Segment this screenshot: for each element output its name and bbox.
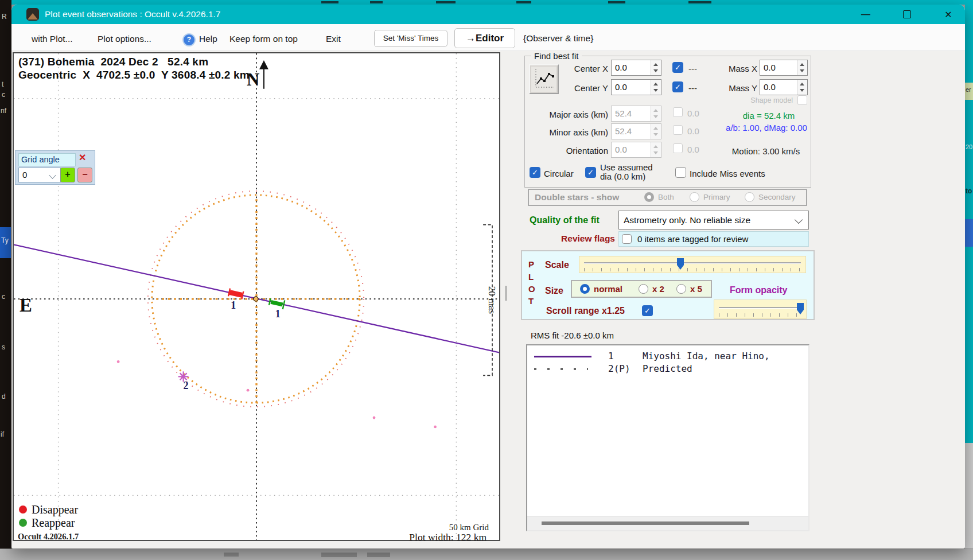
major-axis-aux: 0.0 xyxy=(687,108,699,118)
menu-keep-on-top[interactable]: Keep form on top xyxy=(229,34,298,44)
form-opacity-slider[interactable] xyxy=(714,300,807,319)
maximize-button[interactable] xyxy=(893,5,921,24)
panel-divider xyxy=(505,286,507,301)
center-x-spinner[interactable]: 0.0 xyxy=(611,60,661,76)
menu-with-plot[interactable]: with Plot... xyxy=(32,34,73,44)
grid-angle-minus-button[interactable]: − xyxy=(77,168,92,182)
include-miss-checkbox[interactable] xyxy=(675,167,686,178)
use-assumed-checkbox[interactable]: ✓ xyxy=(585,167,596,178)
scale-slider-ticks xyxy=(584,268,801,271)
minor-axis-label: Minor axis (km) xyxy=(516,127,608,137)
spinner-arrows[interactable] xyxy=(651,80,661,95)
background-fragment xyxy=(224,553,239,557)
background-fragment: 20 xyxy=(966,143,972,150)
minor-axis-checkbox[interactable] xyxy=(673,125,683,135)
size-x2-radio[interactable] xyxy=(639,284,648,294)
background-fragment xyxy=(608,1,625,3)
scrollbar-thumb[interactable] xyxy=(542,522,749,525)
chord-line-swatch xyxy=(534,356,591,357)
plot-area[interactable]: 1 1 2 N xyxy=(13,52,500,541)
circular-checkbox[interactable]: ✓ xyxy=(530,167,540,178)
help-icon[interactable]: ? xyxy=(182,33,196,46)
size-x2-label: x 2 xyxy=(652,284,664,294)
plot-canvas: 1 1 2 N xyxy=(14,53,499,540)
find-best-fit-title: Find best fit xyxy=(531,51,582,61)
scale-slider[interactable] xyxy=(579,256,806,273)
background-fragment: to xyxy=(966,187,972,195)
scroll-range-checkbox[interactable]: ✓ xyxy=(642,305,653,316)
review-flags-box: 0 items are tagged for review xyxy=(618,231,809,247)
background-left-strip: R t c nf Ty c s d if xyxy=(0,0,11,560)
center-y-spinner[interactable]: 0.0 xyxy=(611,79,661,95)
center-x-checkbox[interactable]: ✓ xyxy=(672,62,683,73)
background-fragment xyxy=(516,1,531,3)
grid-angle-close-icon[interactable]: ✕ xyxy=(79,152,86,163)
double-stars-primary-radio[interactable] xyxy=(690,192,699,202)
orientation-checkbox[interactable] xyxy=(673,143,683,153)
circular-label: Circular xyxy=(544,169,574,178)
spinner-arrows[interactable] xyxy=(797,80,807,95)
rms-fit-label: RMS fit -20.6 ±0.0 km xyxy=(531,330,614,340)
predicted-dot xyxy=(434,426,437,429)
mass-x-value[interactable]: 0.0 xyxy=(764,63,776,72)
plot-panel-letter-p: P xyxy=(528,259,534,269)
screen: { "chrome": { "title": "Plot event obser… xyxy=(0,0,973,560)
menu-exit[interactable]: Exit xyxy=(326,34,341,44)
size-normal-radio[interactable] xyxy=(580,284,590,294)
size-x5-radio[interactable] xyxy=(676,284,686,294)
menu-plot-options[interactable]: Plot options... xyxy=(98,34,151,44)
background-right-strip: er 20 to xyxy=(965,0,973,560)
list-item[interactable]: 2(P) Predicted xyxy=(527,363,808,375)
grid-angle-panel: Grid angle ✕ 0 + − xyxy=(15,150,95,185)
menu-help[interactable]: Help xyxy=(199,34,217,44)
shape-model-checkbox[interactable] xyxy=(797,95,807,105)
spinner-arrows xyxy=(651,142,661,157)
grid-angle-plus-button[interactable]: + xyxy=(60,168,75,182)
grid-angle-title: Grid angle xyxy=(18,153,76,166)
double-stars-secondary-radio[interactable] xyxy=(745,192,754,202)
double-stars-both-radio[interactable] xyxy=(644,192,654,202)
background-top-strip xyxy=(0,0,973,5)
review-flags-checkbox[interactable] xyxy=(622,234,632,244)
center-y-value[interactable]: 0.0 xyxy=(615,82,627,92)
use-assumed-label: Use assumed dia (0.0 km) xyxy=(600,163,653,181)
close-button[interactable]: ✕ xyxy=(935,5,962,24)
editor-button[interactable]: →Editor xyxy=(454,28,515,48)
spinner-arrows[interactable] xyxy=(797,60,807,75)
mass-y-spinner[interactable]: 0.0 xyxy=(760,79,808,95)
reappear-marker-label: 1 xyxy=(275,308,281,320)
disappear-marker[interactable] xyxy=(228,289,243,300)
mass-x-spinner[interactable]: 0.0 xyxy=(760,60,808,76)
chevron-down-icon xyxy=(795,216,803,224)
background-fragment: c xyxy=(2,293,5,301)
set-miss-times-button[interactable]: Set 'Miss' Times xyxy=(374,30,447,47)
observation-number: 2(P) xyxy=(608,363,630,374)
horizontal-scrollbar[interactable] xyxy=(527,516,808,530)
background-fragment xyxy=(367,553,390,557)
dia-value: dia = 52.4 km xyxy=(726,111,812,120)
form-opacity-slider-thumb[interactable] xyxy=(797,303,804,314)
list-item[interactable]: 1 Miyoshi Ida, near Hino, xyxy=(527,350,808,363)
size-x5-label: x 5 xyxy=(690,284,702,294)
background-fragment xyxy=(965,219,973,247)
spinner-arrows xyxy=(651,106,661,121)
motion-value: Motion: 3.00 km/s xyxy=(723,146,809,156)
predicted-dot xyxy=(117,360,120,363)
background-fragment: d xyxy=(2,392,6,400)
observations-list[interactable]: 1 Miyoshi Ida, near Hino, 2(P) Predicted xyxy=(526,344,809,531)
minimize-button[interactable]: — xyxy=(852,5,879,24)
grid-angle-select[interactable]: 0 xyxy=(18,168,61,182)
center-y-checkbox[interactable]: ✓ xyxy=(672,81,683,92)
major-axis-checkbox[interactable] xyxy=(673,107,683,117)
orientation-aux: 0.0 xyxy=(687,145,699,154)
plot-version-label: Occult 4.2026.1.7 xyxy=(18,532,79,542)
spinner-arrows[interactable] xyxy=(651,60,661,75)
background-fragment: Ty xyxy=(1,236,9,244)
review-flags-label: Review flags xyxy=(529,234,615,244)
mass-y-value[interactable]: 0.0 xyxy=(764,82,776,92)
quality-select[interactable]: Astrometry only. No reliable size xyxy=(618,211,809,230)
double-stars-label: Double stars - show xyxy=(535,192,619,203)
predicted-marker-label: 2 xyxy=(184,380,189,391)
center-x-value[interactable]: 0.0 xyxy=(615,63,627,72)
disappear-marker-label: 1 xyxy=(231,300,236,311)
